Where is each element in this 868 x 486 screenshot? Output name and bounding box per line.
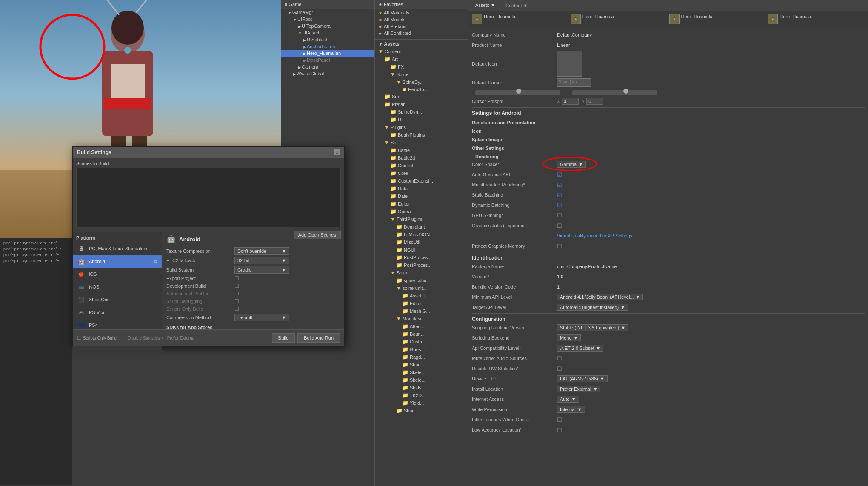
platform-item-android[interactable]: 🤖 Android ⇄ bbox=[73, 255, 162, 268]
scripts-only-checkbox[interactable]: ☐ bbox=[234, 306, 239, 312]
checkbox-off-icon[interactable]: ☐ bbox=[557, 417, 562, 423]
scripting-backend-val[interactable]: Mono ▼ bbox=[557, 334, 581, 341]
hier-item-uiattach[interactable]: ▼UIAttach bbox=[281, 29, 374, 36]
build-and-run-button[interactable]: Build And Run bbox=[297, 333, 340, 343]
cursor-x-value[interactable]: 0 bbox=[562, 98, 579, 105]
default-icon-field[interactable] bbox=[557, 51, 865, 77]
asset-battle2d[interactable]: 📁Battle2d bbox=[387, 154, 468, 162]
scripts-only-build-checkbox[interactable]: ☐ bbox=[77, 335, 82, 341]
asset-assett[interactable]: 📁Asset T... bbox=[399, 292, 468, 300]
hier-item-camera[interactable]: ▶Camera bbox=[281, 63, 374, 70]
build-close-button[interactable]: ✕ bbox=[334, 149, 340, 155]
disable-hw-stats-checkbox[interactable]: ☐ bbox=[557, 366, 865, 372]
cursor-x-field[interactable]: X 0 bbox=[557, 98, 579, 105]
etc2-fallback-dropdown[interactable]: 32-bit ▼ bbox=[234, 257, 289, 264]
hier-item-uiroot[interactable]: ▼UIRoot bbox=[281, 16, 374, 23]
asset-tk2d[interactable]: 📁TK2D... bbox=[399, 392, 468, 399]
asset-skele1[interactable]: 📁Skele... bbox=[399, 369, 468, 376]
asset-date[interactable]: 📁Date bbox=[387, 192, 468, 200]
hero-thumb-1[interactable]: 🧍 bbox=[472, 14, 482, 24]
scripting-runtime-val[interactable]: Stable (.NET 3.5 Equivalent) ▼ bbox=[557, 324, 628, 331]
asset-spinedyn2[interactable]: 📁SpineDyn... bbox=[387, 108, 468, 116]
asset-meshg[interactable]: 📁Mesh G... bbox=[399, 307, 468, 315]
gpu-skinning-checkbox[interactable]: ☐ bbox=[557, 212, 865, 219]
platform-item-ios[interactable]: 🍎 iOS bbox=[73, 268, 162, 280]
install-location-val[interactable]: Prefer External ▼ bbox=[557, 386, 600, 392]
autoconnect-checkbox[interactable]: ☐ bbox=[234, 291, 239, 297]
asset-attac[interactable]: 📁Attac... bbox=[399, 323, 468, 330]
asset-spine2[interactable]: ▼Spine bbox=[387, 269, 468, 277]
fav-item-prefabs[interactable]: ★ All Prefabs bbox=[375, 23, 468, 30]
asset-spine[interactable]: ▼Spine bbox=[387, 71, 468, 78]
api-compat-val[interactable]: .NET 2.0 Subset ▼ bbox=[557, 345, 603, 352]
asset-ui[interactable]: 📁UI bbox=[387, 116, 468, 123]
device-filter-dropdown[interactable]: FAT (ARMv7+x86) ▼ bbox=[557, 375, 865, 382]
script-debug-checkbox[interactable]: ☐ bbox=[234, 298, 239, 304]
min-api-dropdown-val[interactable]: Android 4.1 'Jelly Bean' (API level... ▼ bbox=[557, 294, 643, 300]
checkbox-off-icon[interactable]: ☐ bbox=[557, 223, 562, 229]
vr-settings-link[interactable]: Virtual Reality moved to XR Settings bbox=[557, 233, 865, 238]
asset-litmini[interactable]: 📁LitMiniJSON bbox=[393, 231, 468, 238]
package-name-value[interactable]: com.Company.ProductName bbox=[557, 264, 865, 269]
asset-customext[interactable]: 📁CustomExtensi... bbox=[387, 177, 468, 185]
fav-item-materials[interactable]: ★ All Materials bbox=[375, 9, 468, 16]
color-space-value[interactable]: Gamma ▼ ➜ bbox=[557, 161, 865, 168]
hero-thumb-4[interactable]: 🧍 bbox=[768, 14, 778, 24]
hier-item-uitopcamera[interactable]: ▶UITopCamera bbox=[281, 23, 374, 29]
checkbox-on-icon[interactable]: ☑ bbox=[557, 192, 562, 198]
target-api-dropdown-val[interactable]: Automatic (highest installed) ▼ bbox=[557, 304, 628, 311]
build-system-dropdown[interactable]: Gradle ▼ bbox=[234, 266, 289, 274]
checkbox-off-icon[interactable]: ☐ bbox=[557, 355, 562, 362]
asset-postproc1[interactable]: 📁PostProces... bbox=[393, 254, 468, 261]
asset-demigiant[interactable]: 📁Demigiant bbox=[393, 223, 468, 231]
company-name-value[interactable]: DefaultCompany bbox=[557, 32, 865, 37]
default-cursor-field[interactable]: None (Tex... bbox=[557, 78, 865, 87]
asset-battle[interactable]: 📁Battle bbox=[387, 146, 468, 154]
target-api-dropdown[interactable]: Automatic (highest installed) ▼ bbox=[557, 304, 865, 311]
cursor-y-field[interactable]: Y 0 bbox=[582, 98, 604, 105]
hero-thumb-3[interactable]: 🧍 bbox=[669, 14, 680, 24]
hier-item-hero-huamulan[interactable]: ▶Hero_Huamulan bbox=[281, 50, 374, 57]
asset-art[interactable]: 📁Art bbox=[381, 55, 468, 63]
asset-custo[interactable]: 📁Custo... bbox=[399, 338, 468, 346]
asset-postproc2[interactable]: 📁PostProces... bbox=[393, 261, 468, 269]
asset-prefab[interactable]: 📁Prefab bbox=[381, 100, 468, 108]
asset-shad[interactable]: 📁Shad... bbox=[399, 361, 468, 369]
asset-spinecsh[interactable]: 📁spine-cshu... bbox=[393, 277, 468, 284]
scripting-backend-dropdown[interactable]: Mono ▼ bbox=[557, 334, 865, 341]
asset-control[interactable]: 📁Control bbox=[387, 162, 468, 169]
hier-item-gamemgr[interactable]: ▼GameMgr bbox=[281, 9, 374, 16]
checkbox-off-icon[interactable]: ☐ bbox=[557, 427, 562, 433]
internet-access-val[interactable]: Auto ▼ bbox=[557, 396, 579, 403]
platform-item-xbox[interactable]: ⬛ Xbox One bbox=[73, 293, 162, 306]
write-permission-val[interactable]: Internal ▼ bbox=[557, 406, 585, 413]
filter-touches-checkbox[interactable]: ☐ bbox=[557, 417, 865, 423]
asset-src1[interactable]: 📁Src bbox=[381, 93, 468, 100]
export-project-checkbox[interactable]: ☐ bbox=[234, 275, 239, 281]
multithreaded-checkbox[interactable]: ☑ bbox=[557, 182, 865, 188]
hero-thumb-2[interactable]: 🧍 bbox=[571, 14, 581, 24]
checkbox-off-icon[interactable]: ☐ bbox=[557, 243, 562, 249]
tab-assets[interactable]: Assets ▼ bbox=[472, 2, 499, 9]
cursor-y-value[interactable]: 0 bbox=[586, 98, 603, 105]
asset-ragd[interactable]: 📁Ragd... bbox=[399, 353, 468, 361]
asset-editor2[interactable]: 📁Editor bbox=[399, 300, 468, 307]
protect-graphics-checkbox[interactable]: ☐ bbox=[557, 243, 865, 249]
build-button[interactable]: Build bbox=[272, 333, 295, 343]
graphics-jobs-checkbox[interactable]: ☐ bbox=[557, 223, 865, 229]
min-api-dropdown[interactable]: Android 4.1 'Jelly Bean' (API level... ▼ bbox=[557, 294, 865, 300]
device-filter-val[interactable]: FAT (ARMv7+x86) ▼ bbox=[557, 375, 608, 382]
asset-modulesi[interactable]: ▼Modulesi... bbox=[393, 315, 468, 323]
asset-ghos[interactable]: 📁Ghos... bbox=[399, 346, 468, 353]
texture-compression-dropdown[interactable]: Don't override ▼ bbox=[234, 247, 289, 255]
asset-boun[interactable]: 📁Boun... bbox=[399, 330, 468, 338]
asset-herosp[interactable]: 📁HeroSp... bbox=[399, 86, 468, 93]
asset-editor[interactable]: 📁Editor bbox=[387, 200, 468, 208]
asset-spineunit[interactable]: ▼spine-unit... bbox=[393, 284, 468, 292]
compression-dropdown[interactable]: Default ▼ bbox=[234, 314, 289, 321]
hier-item-uisphlash[interactable]: ▶UISphlash bbox=[281, 36, 374, 43]
bundle-code-value[interactable]: 1 bbox=[557, 284, 865, 289]
checkbox-off-icon[interactable]: ☐ bbox=[557, 366, 562, 372]
mute-audio-checkbox[interactable]: ☐ bbox=[557, 355, 865, 362]
asset-plugins[interactable]: ▼Plugins bbox=[381, 123, 468, 131]
